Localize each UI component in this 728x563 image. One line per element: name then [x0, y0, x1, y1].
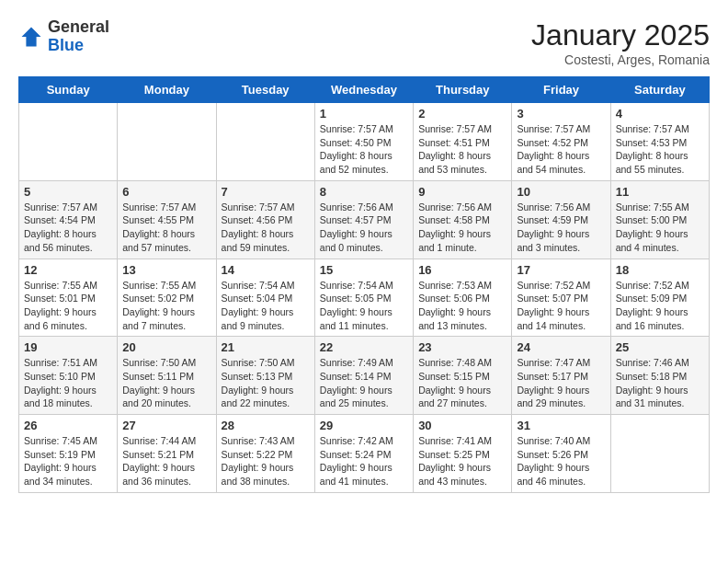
- day-number: 1: [320, 107, 408, 121]
- logo-general-text: General: [48, 18, 109, 37]
- day-number: 17: [517, 263, 605, 277]
- day-info: Sunrise: 7:56 AM Sunset: 4:58 PM Dayligh…: [418, 201, 506, 255]
- day-info: Sunrise: 7:55 AM Sunset: 5:01 PM Dayligh…: [24, 279, 112, 333]
- day-info: Sunrise: 7:56 AM Sunset: 4:57 PM Dayligh…: [320, 201, 408, 255]
- day-info: Sunrise: 7:57 AM Sunset: 4:54 PM Dayligh…: [24, 201, 112, 255]
- day-number: 3: [517, 107, 605, 121]
- day-info: Sunrise: 7:43 AM Sunset: 5:22 PM Dayligh…: [222, 434, 310, 488]
- day-info: Sunrise: 7:57 AM Sunset: 4:55 PM Dayligh…: [122, 201, 210, 255]
- day-number: 30: [418, 419, 506, 432]
- calendar-cell: 17Sunrise: 7:52 AM Sunset: 5:07 PM Dayli…: [512, 259, 610, 337]
- day-number: 14: [222, 263, 310, 277]
- day-number: 6: [122, 185, 210, 199]
- header: General Blue January 2025 Costesti, Arge…: [18, 18, 710, 67]
- calendar-cell: 16Sunrise: 7:53 AM Sunset: 5:06 PM Dayli…: [414, 259, 512, 337]
- calendar-week-5: 26Sunrise: 7:45 AM Sunset: 5:19 PM Dayli…: [19, 415, 710, 493]
- day-number: 31: [517, 419, 605, 432]
- day-number: 26: [24, 419, 112, 432]
- calendar-cell: 10Sunrise: 7:56 AM Sunset: 4:59 PM Dayli…: [512, 180, 610, 259]
- day-number: 9: [418, 185, 506, 199]
- day-number: 27: [122, 419, 210, 432]
- day-info: Sunrise: 7:54 AM Sunset: 5:04 PM Dayligh…: [222, 279, 310, 333]
- day-info: Sunrise: 7:52 AM Sunset: 5:09 PM Dayligh…: [616, 279, 704, 333]
- day-number: 11: [616, 185, 704, 199]
- calendar-cell: 8Sunrise: 7:56 AM Sunset: 4:57 PM Daylig…: [314, 180, 413, 259]
- day-info: Sunrise: 7:40 AM Sunset: 5:26 PM Dayligh…: [517, 434, 605, 488]
- calendar-cell: 23Sunrise: 7:48 AM Sunset: 5:15 PM Dayli…: [414, 337, 512, 415]
- day-info: Sunrise: 7:50 AM Sunset: 5:11 PM Dayligh…: [122, 356, 210, 410]
- weekday-header-friday: Friday: [512, 77, 610, 103]
- logo: General Blue: [18, 18, 109, 55]
- calendar-cell: [216, 103, 314, 181]
- calendar-cell: 24Sunrise: 7:47 AM Sunset: 5:17 PM Dayli…: [512, 337, 610, 415]
- day-info: Sunrise: 7:51 AM Sunset: 5:10 PM Dayligh…: [24, 356, 112, 410]
- day-info: Sunrise: 7:44 AM Sunset: 5:21 PM Dayligh…: [122, 434, 210, 488]
- calendar-cell: 13Sunrise: 7:55 AM Sunset: 5:02 PM Dayli…: [118, 259, 216, 337]
- weekday-header-row: SundayMondayTuesdayWednesdayThursdayFrid…: [19, 77, 710, 103]
- location-subtitle: Costesti, Arges, Romania: [531, 52, 710, 67]
- day-info: Sunrise: 7:45 AM Sunset: 5:19 PM Dayligh…: [24, 434, 112, 488]
- day-info: Sunrise: 7:57 AM Sunset: 4:52 PM Dayligh…: [517, 122, 605, 177]
- day-number: 23: [418, 340, 506, 354]
- day-number: 8: [320, 185, 408, 199]
- day-number: 7: [222, 185, 310, 199]
- day-number: 12: [24, 263, 112, 277]
- day-number: 24: [517, 340, 605, 354]
- day-number: 20: [122, 340, 210, 354]
- calendar-cell: 11Sunrise: 7:55 AM Sunset: 5:00 PM Dayli…: [610, 180, 709, 259]
- day-info: Sunrise: 7:48 AM Sunset: 5:15 PM Dayligh…: [418, 356, 506, 410]
- day-info: Sunrise: 7:50 AM Sunset: 5:13 PM Dayligh…: [222, 356, 310, 410]
- weekday-header-sunday: Sunday: [19, 77, 118, 103]
- calendar-cell: [610, 415, 709, 493]
- day-info: Sunrise: 7:47 AM Sunset: 5:17 PM Dayligh…: [517, 356, 605, 410]
- weekday-header-monday: Monday: [118, 77, 216, 103]
- day-number: 2: [418, 107, 506, 121]
- day-number: 16: [418, 263, 506, 277]
- month-title: January 2025: [531, 18, 710, 52]
- calendar-cell: 30Sunrise: 7:41 AM Sunset: 5:25 PM Dayli…: [414, 415, 512, 493]
- day-info: Sunrise: 7:42 AM Sunset: 5:24 PM Dayligh…: [320, 434, 408, 488]
- calendar-cell: 9Sunrise: 7:56 AM Sunset: 4:58 PM Daylig…: [414, 180, 512, 259]
- day-info: Sunrise: 7:55 AM Sunset: 5:00 PM Dayligh…: [616, 201, 704, 255]
- day-info: Sunrise: 7:57 AM Sunset: 4:51 PM Dayligh…: [418, 122, 506, 177]
- calendar-cell: 3Sunrise: 7:57 AM Sunset: 4:52 PM Daylig…: [512, 103, 610, 181]
- calendar-cell: 28Sunrise: 7:43 AM Sunset: 5:22 PM Dayli…: [216, 415, 314, 493]
- day-number: 15: [320, 263, 408, 277]
- calendar-cell: 19Sunrise: 7:51 AM Sunset: 5:10 PM Dayli…: [19, 337, 118, 415]
- day-number: 4: [616, 107, 704, 121]
- day-number: 18: [616, 263, 704, 277]
- weekday-header-tuesday: Tuesday: [216, 77, 314, 103]
- calendar-header: SundayMondayTuesdayWednesdayThursdayFrid…: [19, 77, 710, 103]
- day-number: 5: [24, 185, 112, 199]
- day-number: 19: [24, 340, 112, 354]
- svg-marker-0: [22, 27, 41, 46]
- day-number: 10: [517, 185, 605, 199]
- calendar-cell: 27Sunrise: 7:44 AM Sunset: 5:21 PM Dayli…: [118, 415, 216, 493]
- day-info: Sunrise: 7:57 AM Sunset: 4:50 PM Dayligh…: [320, 122, 408, 177]
- calendar-cell: 22Sunrise: 7:49 AM Sunset: 5:14 PM Dayli…: [314, 337, 413, 415]
- calendar-cell: [19, 103, 118, 181]
- day-number: 28: [222, 419, 310, 432]
- weekday-header-saturday: Saturday: [610, 77, 709, 103]
- calendar-cell: 31Sunrise: 7:40 AM Sunset: 5:26 PM Dayli…: [512, 415, 610, 493]
- day-info: Sunrise: 7:46 AM Sunset: 5:18 PM Dayligh…: [616, 356, 704, 410]
- calendar-cell: 15Sunrise: 7:54 AM Sunset: 5:05 PM Dayli…: [314, 259, 413, 337]
- calendar-cell: 2Sunrise: 7:57 AM Sunset: 4:51 PM Daylig…: [414, 103, 512, 181]
- day-info: Sunrise: 7:49 AM Sunset: 5:14 PM Dayligh…: [320, 356, 408, 410]
- day-info: Sunrise: 7:41 AM Sunset: 5:25 PM Dayligh…: [418, 434, 506, 488]
- logo-blue-text: Blue: [48, 37, 109, 55]
- calendar-week-1: 1Sunrise: 7:57 AM Sunset: 4:50 PM Daylig…: [19, 103, 710, 181]
- day-info: Sunrise: 7:57 AM Sunset: 4:53 PM Dayligh…: [616, 122, 704, 177]
- day-info: Sunrise: 7:57 AM Sunset: 4:56 PM Dayligh…: [222, 201, 310, 255]
- weekday-header-thursday: Thursday: [414, 77, 512, 103]
- calendar-cell: 1Sunrise: 7:57 AM Sunset: 4:50 PM Daylig…: [314, 103, 413, 181]
- day-info: Sunrise: 7:52 AM Sunset: 5:07 PM Dayligh…: [517, 279, 605, 333]
- day-info: Sunrise: 7:54 AM Sunset: 5:05 PM Dayligh…: [320, 279, 408, 333]
- day-number: 22: [320, 340, 408, 354]
- calendar-cell: 14Sunrise: 7:54 AM Sunset: 5:04 PM Dayli…: [216, 259, 314, 337]
- calendar-cell: 6Sunrise: 7:57 AM Sunset: 4:55 PM Daylig…: [118, 180, 216, 259]
- calendar-body: 1Sunrise: 7:57 AM Sunset: 4:50 PM Daylig…: [19, 103, 710, 493]
- calendar-cell: 25Sunrise: 7:46 AM Sunset: 5:18 PM Dayli…: [610, 337, 709, 415]
- day-number: 13: [122, 263, 210, 277]
- calendar-cell: 18Sunrise: 7:52 AM Sunset: 5:09 PM Dayli…: [610, 259, 709, 337]
